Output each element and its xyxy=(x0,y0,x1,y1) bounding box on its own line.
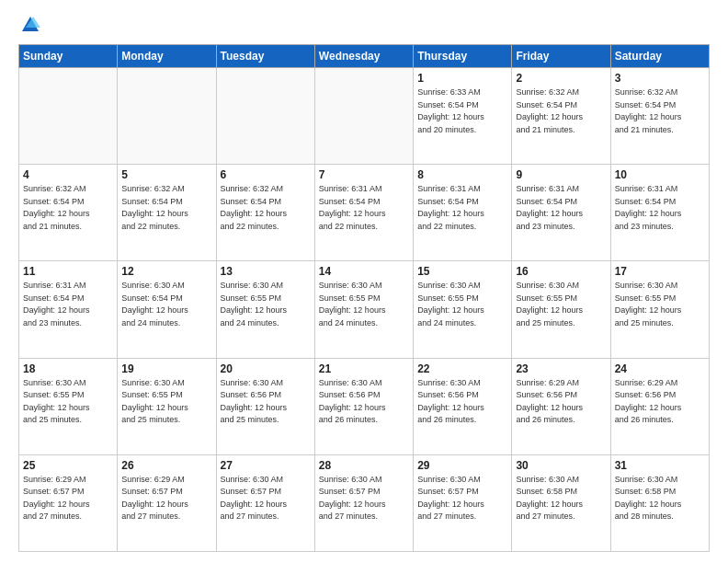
calendar-cell: 7Sunrise: 6:31 AM Sunset: 6:54 PM Daylig… xyxy=(314,165,413,261)
day-number: 20 xyxy=(221,362,311,375)
logo-icon xyxy=(20,15,40,35)
weekday-saturday: Saturday xyxy=(610,45,709,68)
day-info: Sunrise: 6:31 AM Sunset: 6:54 PM Dayligh… xyxy=(23,280,113,329)
day-info: Sunrise: 6:30 AM Sunset: 6:55 PM Dayligh… xyxy=(516,280,606,329)
day-number: 17 xyxy=(615,265,705,278)
day-number: 11 xyxy=(23,265,113,278)
day-info: Sunrise: 6:30 AM Sunset: 6:55 PM Dayligh… xyxy=(319,280,409,329)
calendar-table: SundayMondayTuesdayWednesdayThursdayFrid… xyxy=(18,44,710,552)
day-info: Sunrise: 6:33 AM Sunset: 6:54 PM Dayligh… xyxy=(417,86,507,136)
week-row-1: 1Sunrise: 6:33 AM Sunset: 6:54 PM Daylig… xyxy=(19,68,710,165)
day-info: Sunrise: 6:29 AM Sunset: 6:57 PM Dayligh… xyxy=(23,474,113,523)
day-number: 18 xyxy=(23,362,113,375)
week-row-3: 11Sunrise: 6:31 AM Sunset: 6:54 PM Dayli… xyxy=(19,261,710,358)
day-number: 16 xyxy=(516,265,606,278)
calendar-cell xyxy=(314,68,413,165)
calendar-cell: 29Sunrise: 6:30 AM Sunset: 6:57 PM Dayli… xyxy=(414,454,512,551)
day-info: Sunrise: 6:31 AM Sunset: 6:54 PM Dayligh… xyxy=(319,183,409,233)
day-number: 7 xyxy=(319,168,409,181)
day-number: 24 xyxy=(615,362,705,375)
day-number: 8 xyxy=(417,168,507,181)
day-number: 2 xyxy=(516,72,606,85)
calendar-cell: 16Sunrise: 6:30 AM Sunset: 6:55 PM Dayli… xyxy=(512,261,610,358)
day-info: Sunrise: 6:32 AM Sunset: 6:54 PM Dayligh… xyxy=(23,183,113,233)
calendar-cell: 25Sunrise: 6:29 AM Sunset: 6:57 PM Dayli… xyxy=(19,454,118,551)
day-number: 12 xyxy=(121,265,211,278)
day-info: Sunrise: 6:29 AM Sunset: 6:57 PM Dayligh… xyxy=(121,474,211,523)
day-number: 26 xyxy=(121,459,211,472)
day-number: 4 xyxy=(23,168,113,181)
calendar-cell: 20Sunrise: 6:30 AM Sunset: 6:56 PM Dayli… xyxy=(216,358,314,454)
day-info: Sunrise: 6:29 AM Sunset: 6:56 PM Dayligh… xyxy=(615,377,705,427)
calendar-cell: 31Sunrise: 6:30 AM Sunset: 6:58 PM Dayli… xyxy=(610,454,709,551)
day-info: Sunrise: 6:32 AM Sunset: 6:54 PM Dayligh… xyxy=(221,183,311,233)
day-info: Sunrise: 6:31 AM Sunset: 6:54 PM Dayligh… xyxy=(417,183,507,233)
day-info: Sunrise: 6:30 AM Sunset: 6:55 PM Dayligh… xyxy=(221,280,311,329)
calendar-cell: 13Sunrise: 6:30 AM Sunset: 6:55 PM Dayli… xyxy=(216,261,314,358)
day-number: 13 xyxy=(221,265,311,278)
day-number: 6 xyxy=(221,168,311,181)
calendar-cell: 3Sunrise: 6:32 AM Sunset: 6:54 PM Daylig… xyxy=(610,68,709,165)
day-info: Sunrise: 6:31 AM Sunset: 6:54 PM Dayligh… xyxy=(615,183,705,233)
page: SundayMondayTuesdayWednesdayThursdayFrid… xyxy=(0,0,728,563)
weekday-monday: Monday xyxy=(118,45,216,68)
calendar-cell: 24Sunrise: 6:29 AM Sunset: 6:56 PM Dayli… xyxy=(610,358,709,454)
day-info: Sunrise: 6:32 AM Sunset: 6:54 PM Dayligh… xyxy=(121,183,211,233)
weekday-thursday: Thursday xyxy=(414,45,512,68)
logo xyxy=(18,15,40,35)
day-number: 27 xyxy=(221,459,311,472)
calendar-cell: 18Sunrise: 6:30 AM Sunset: 6:55 PM Dayli… xyxy=(19,358,118,454)
calendar-cell: 27Sunrise: 6:30 AM Sunset: 6:57 PM Dayli… xyxy=(216,454,314,551)
day-number: 3 xyxy=(615,72,705,85)
calendar-cell: 23Sunrise: 6:29 AM Sunset: 6:56 PM Dayli… xyxy=(512,358,610,454)
calendar-cell: 21Sunrise: 6:30 AM Sunset: 6:56 PM Dayli… xyxy=(314,358,413,454)
calendar-cell: 30Sunrise: 6:30 AM Sunset: 6:58 PM Dayli… xyxy=(512,454,610,551)
day-number: 19 xyxy=(121,362,211,375)
day-number: 15 xyxy=(417,265,507,278)
calendar-cell: 15Sunrise: 6:30 AM Sunset: 6:55 PM Dayli… xyxy=(414,261,512,358)
day-info: Sunrise: 6:30 AM Sunset: 6:54 PM Dayligh… xyxy=(121,280,211,329)
calendar-cell: 12Sunrise: 6:30 AM Sunset: 6:54 PM Dayli… xyxy=(118,261,216,358)
day-info: Sunrise: 6:29 AM Sunset: 6:56 PM Dayligh… xyxy=(516,377,606,427)
day-info: Sunrise: 6:32 AM Sunset: 6:54 PM Dayligh… xyxy=(516,86,606,136)
day-number: 31 xyxy=(615,459,705,472)
weekday-tuesday: Tuesday xyxy=(216,45,314,68)
day-info: Sunrise: 6:31 AM Sunset: 6:54 PM Dayligh… xyxy=(516,183,606,233)
calendar-cell: 14Sunrise: 6:30 AM Sunset: 6:55 PM Dayli… xyxy=(314,261,413,358)
week-row-2: 4Sunrise: 6:32 AM Sunset: 6:54 PM Daylig… xyxy=(19,165,710,261)
day-info: Sunrise: 6:30 AM Sunset: 6:55 PM Dayligh… xyxy=(121,377,211,427)
day-info: Sunrise: 6:30 AM Sunset: 6:56 PM Dayligh… xyxy=(221,377,311,427)
calendar-cell: 28Sunrise: 6:30 AM Sunset: 6:57 PM Dayli… xyxy=(314,454,413,551)
week-row-4: 18Sunrise: 6:30 AM Sunset: 6:55 PM Dayli… xyxy=(19,358,710,454)
week-row-5: 25Sunrise: 6:29 AM Sunset: 6:57 PM Dayli… xyxy=(19,454,710,551)
day-info: Sunrise: 6:32 AM Sunset: 6:54 PM Dayligh… xyxy=(615,86,705,136)
calendar-cell xyxy=(118,68,216,165)
day-info: Sunrise: 6:30 AM Sunset: 6:55 PM Dayligh… xyxy=(417,280,507,329)
calendar-cell: 4Sunrise: 6:32 AM Sunset: 6:54 PM Daylig… xyxy=(19,165,118,261)
weekday-friday: Friday xyxy=(512,45,610,68)
day-info: Sunrise: 6:30 AM Sunset: 6:58 PM Dayligh… xyxy=(615,474,705,523)
calendar-cell xyxy=(216,68,314,165)
calendar-cell: 9Sunrise: 6:31 AM Sunset: 6:54 PM Daylig… xyxy=(512,165,610,261)
header xyxy=(18,15,710,35)
day-number: 21 xyxy=(319,362,409,375)
day-info: Sunrise: 6:30 AM Sunset: 6:58 PM Dayligh… xyxy=(516,474,606,523)
calendar-cell: 17Sunrise: 6:30 AM Sunset: 6:55 PM Dayli… xyxy=(610,261,709,358)
weekday-header-row: SundayMondayTuesdayWednesdayThursdayFrid… xyxy=(19,45,710,68)
calendar-cell: 26Sunrise: 6:29 AM Sunset: 6:57 PM Dayli… xyxy=(118,454,216,551)
day-number: 30 xyxy=(516,459,606,472)
day-info: Sunrise: 6:30 AM Sunset: 6:57 PM Dayligh… xyxy=(417,474,507,523)
calendar-cell: 22Sunrise: 6:30 AM Sunset: 6:56 PM Dayli… xyxy=(414,358,512,454)
day-info: Sunrise: 6:30 AM Sunset: 6:55 PM Dayligh… xyxy=(23,377,113,427)
calendar-cell: 10Sunrise: 6:31 AM Sunset: 6:54 PM Dayli… xyxy=(610,165,709,261)
day-number: 9 xyxy=(516,168,606,181)
calendar-cell: 6Sunrise: 6:32 AM Sunset: 6:54 PM Daylig… xyxy=(216,165,314,261)
day-number: 14 xyxy=(319,265,409,278)
day-info: Sunrise: 6:30 AM Sunset: 6:55 PM Dayligh… xyxy=(615,280,705,329)
day-number: 23 xyxy=(516,362,606,375)
weekday-sunday: Sunday xyxy=(19,45,118,68)
day-number: 10 xyxy=(615,168,705,181)
day-number: 28 xyxy=(319,459,409,472)
weekday-wednesday: Wednesday xyxy=(314,45,413,68)
day-info: Sunrise: 6:30 AM Sunset: 6:56 PM Dayligh… xyxy=(417,377,507,427)
